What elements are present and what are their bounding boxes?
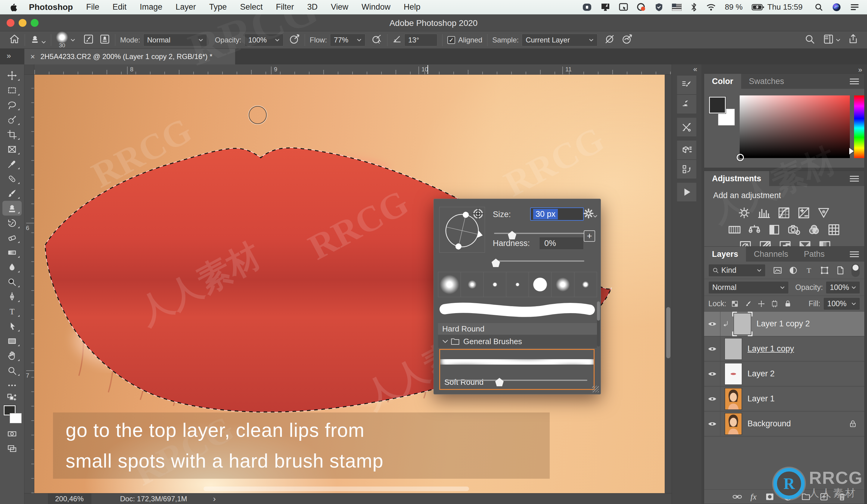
vertical-scrollbar[interactable] xyxy=(665,75,672,493)
menu-image[interactable]: Image xyxy=(140,2,162,12)
lasso-tool[interactable] xyxy=(2,98,22,112)
display-icon[interactable] xyxy=(601,3,610,11)
libraries-panel-button[interactable] xyxy=(677,140,697,160)
menu-view[interactable]: View xyxy=(331,2,348,12)
quick-mask-button[interactable] xyxy=(2,426,22,441)
path-selection-tool[interactable] xyxy=(2,319,22,334)
layer-style-fx-button[interactable]: fx xyxy=(750,492,757,502)
layer-name[interactable]: Layer 2 xyxy=(748,369,774,378)
layer-name[interactable]: Layer 1 copy 2 xyxy=(757,319,810,329)
crop-tool[interactable] xyxy=(2,127,22,142)
toggle-brush-settings-icon[interactable] xyxy=(83,34,94,46)
bluetooth-icon[interactable] xyxy=(691,3,697,12)
black-white-icon[interactable] xyxy=(764,224,784,236)
curves-icon[interactable] xyxy=(774,207,794,219)
tab-overflow-chevrons[interactable]: » xyxy=(7,51,11,61)
brush-preset-hard-round-current[interactable] xyxy=(529,272,552,297)
pen-tool[interactable] xyxy=(2,289,22,304)
size-input[interactable]: 30 px xyxy=(530,207,584,221)
menu-3d[interactable]: 3D xyxy=(307,2,318,12)
blend-mode-dropdown[interactable]: Normal xyxy=(708,281,789,294)
aligned-checkbox[interactable]: ✓ xyxy=(447,36,455,44)
menu-file[interactable]: File xyxy=(86,2,99,12)
tab-paths[interactable]: Paths xyxy=(796,247,832,262)
share-icon[interactable] xyxy=(848,34,859,46)
menu-layer[interactable]: Layer xyxy=(175,2,196,12)
color-field-indicator[interactable] xyxy=(737,154,744,161)
edit-toolbar-ellipsis[interactable] xyxy=(2,378,22,393)
visibility-eye-icon[interactable] xyxy=(704,411,720,436)
tab-swatches[interactable]: Swatches xyxy=(741,74,792,89)
soft-round-brush-item-selected[interactable]: Soft Round xyxy=(439,349,595,390)
workspace-switcher-icon[interactable] xyxy=(823,34,834,46)
layers-opacity-field[interactable]: 100% xyxy=(826,281,860,294)
hue-saturation-icon[interactable] xyxy=(725,224,745,236)
layer-filter-toggle[interactable] xyxy=(851,264,860,277)
lock-image-pixels-icon[interactable] xyxy=(741,300,755,308)
levels-icon[interactable] xyxy=(754,207,774,219)
spot-healing-brush-tool[interactable] xyxy=(2,171,22,186)
expand-panels-chevrons[interactable]: « xyxy=(693,65,697,74)
layer-thumbnail[interactable] xyxy=(725,388,742,410)
flow-dropdown[interactable]: 77% xyxy=(330,34,365,46)
brush-preset-soft-large[interactable] xyxy=(438,272,461,297)
menu-filter[interactable]: Filter xyxy=(276,2,294,12)
brush-tool[interactable] xyxy=(2,186,22,201)
workspace-chevron-icon[interactable] xyxy=(836,39,841,42)
visibility-eye-icon[interactable] xyxy=(704,387,720,411)
history-panel-button[interactable] xyxy=(677,160,697,179)
color-panel-foreground-swatch[interactable] xyxy=(709,97,726,114)
horizontal-scrollbar[interactable] xyxy=(204,486,469,491)
pressure-size-icon[interactable] xyxy=(622,34,632,46)
layer-row-layer-1[interactable]: Layer 1 xyxy=(704,387,864,411)
vertical-ruler[interactable]: 6 7 xyxy=(24,75,34,493)
brush-settings-panel-button[interactable] xyxy=(677,75,697,95)
menu-edit[interactable]: Edit xyxy=(113,2,127,12)
quick-selection-tool[interactable] xyxy=(2,112,22,127)
dodge-tool[interactable] xyxy=(2,275,22,289)
actions-panel-button[interactable] xyxy=(677,182,697,202)
remote-window-icon[interactable] xyxy=(619,3,628,11)
move-tool[interactable] xyxy=(2,68,22,83)
hardness-input[interactable]: 0% xyxy=(539,237,584,249)
menu-photoshop[interactable]: Photoshop xyxy=(29,2,73,12)
size-slider[interactable] xyxy=(494,233,584,234)
filter-adjustment-layers-icon[interactable] xyxy=(785,266,801,275)
layer-row-layer-1-copy-2[interactable]: Layer 1 copy 2 xyxy=(704,312,864,336)
channel-mixer-icon[interactable] xyxy=(804,224,824,236)
hardness-slider-thumb[interactable] xyxy=(492,259,500,267)
lock-all-icon[interactable] xyxy=(781,300,794,308)
home-icon[interactable] xyxy=(9,34,20,46)
photo-filter-icon[interactable] xyxy=(784,224,804,236)
menu-type[interactable]: Type xyxy=(209,2,227,12)
brush-preset-tiny[interactable] xyxy=(484,272,506,297)
filter-smart-objects-icon[interactable] xyxy=(832,266,848,275)
ignore-adjustment-layers-icon[interactable] xyxy=(604,34,615,46)
layer-name[interactable]: Layer 1 xyxy=(748,394,774,404)
lock-transparent-pixels-icon[interactable] xyxy=(728,300,741,308)
brush-preset-picker[interactable]: 30 xyxy=(56,31,68,49)
gear-icon[interactable] xyxy=(583,208,594,219)
hardness-slider[interactable] xyxy=(494,260,584,262)
search-icon[interactable] xyxy=(804,34,815,46)
filter-type-layers-icon[interactable]: T xyxy=(801,266,817,275)
brush-picker-chevron-icon[interactable] xyxy=(71,39,75,42)
layer-row-layer-2[interactable]: Layer 2 xyxy=(704,362,864,387)
input-source-flag-icon[interactable] xyxy=(672,4,682,11)
layer-name[interactable]: Layer 1 copy xyxy=(748,344,794,353)
link-layers-icon[interactable] xyxy=(732,492,742,502)
tool-presets-panel-button[interactable] xyxy=(677,117,697,137)
notification-list-icon[interactable] xyxy=(850,3,859,11)
add-layer-mask-icon[interactable] xyxy=(765,492,774,502)
angle-field[interactable]: 13° xyxy=(404,34,437,46)
menu-help[interactable]: Help xyxy=(404,2,420,12)
zoom-tool[interactable] xyxy=(2,363,22,378)
menu-select[interactable]: Select xyxy=(240,2,263,12)
tab-adjustments[interactable]: Adjustments xyxy=(704,171,769,186)
app-badge-icon[interactable] xyxy=(637,3,646,11)
wifi-icon[interactable] xyxy=(706,3,716,11)
collapse-dock-chevrons[interactable]: » xyxy=(858,66,862,74)
blur-tool[interactable] xyxy=(2,260,22,275)
shield-check-icon[interactable] xyxy=(655,3,663,11)
layer-thumbnail[interactable] xyxy=(725,413,742,435)
